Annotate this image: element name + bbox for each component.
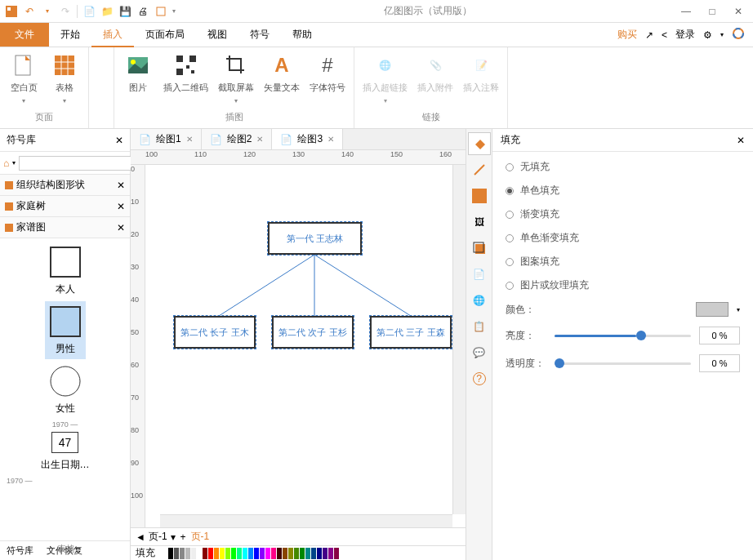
palette-color[interactable]: [220, 548, 225, 559]
shape-female[interactable]: 女性: [48, 364, 82, 416]
share-icon[interactable]: ↗: [645, 29, 653, 41]
menu-file[interactable]: 文件: [0, 23, 49, 47]
fill-option-none[interactable]: 无填充: [506, 160, 740, 174]
color-palette[interactable]: [168, 548, 339, 559]
fill-tool-icon[interactable]: [468, 132, 491, 155]
globe-tool-icon[interactable]: 🌐: [468, 289, 491, 312]
close-button[interactable]: ✕: [732, 5, 745, 18]
palette-color[interactable]: [260, 548, 265, 559]
login-link[interactable]: 登录: [675, 28, 695, 42]
tool-blank-page[interactable]: 空白页 ▾: [8, 52, 39, 104]
menu-insert[interactable]: 插入: [91, 23, 134, 47]
left-cat-org[interactable]: 组织结构图形状✕: [0, 175, 130, 196]
tool-image[interactable]: 图片: [123, 52, 154, 94]
palette-color[interactable]: [197, 548, 202, 559]
redo-icon[interactable]: ↷: [59, 5, 72, 18]
fill-option-pattern[interactable]: 图案填充: [506, 255, 740, 269]
left-footer-tab-lib[interactable]: 符号库: [0, 541, 40, 560]
gear-dropdown-icon[interactable]: ▾: [720, 31, 724, 38]
chevron-down-icon[interactable]: ▾: [234, 97, 238, 104]
palette-color[interactable]: [208, 548, 213, 559]
save-icon[interactable]: 💾: [118, 5, 131, 18]
palette-color[interactable]: [191, 548, 196, 559]
palette-color[interactable]: [225, 548, 230, 559]
text-tool-icon[interactable]: 📄: [468, 263, 491, 286]
palette-color[interactable]: [328, 548, 333, 559]
left-cat-family[interactable]: 家庭树✕: [0, 196, 130, 217]
export-icon[interactable]: [154, 5, 167, 18]
color-swatch-icon[interactable]: [468, 184, 491, 207]
scrollbar-vertical[interactable]: [452, 165, 466, 514]
tab-1[interactable]: 📄绘图1✕: [131, 129, 202, 149]
menu-view[interactable]: 视图: [196, 23, 238, 47]
fill-option-gradient[interactable]: 渐变填充: [506, 207, 740, 221]
minimize-button[interactable]: —: [679, 5, 693, 18]
tool-font-symbol[interactable]: #字体符号: [310, 52, 345, 94]
shape-self[interactable]: 本人: [48, 245, 82, 296]
palette-color[interactable]: [277, 548, 282, 559]
tool-crop[interactable]: 截取屏幕▾: [218, 52, 254, 104]
shape-number[interactable]: 1970 —47: [51, 420, 79, 453]
scrollbar-horizontal[interactable]: [160, 514, 452, 527]
clipboard-tool-icon[interactable]: 📋: [468, 315, 491, 338]
tab-3[interactable]: 📄绘图3✕: [272, 129, 343, 149]
palette-color[interactable]: [305, 548, 310, 559]
brightness-slider[interactable]: [555, 335, 691, 337]
palette-color[interactable]: [283, 548, 287, 559]
fill-option-texture[interactable]: 图片或纹理填充: [506, 278, 740, 292]
new-icon[interactable]: 📄: [82, 5, 96, 18]
line-tool-icon[interactable]: [468, 158, 491, 181]
page-label-right[interactable]: 页-1: [191, 530, 210, 544]
page-selector-left[interactable]: ◄页-1▾: [136, 530, 176, 544]
palette-color[interactable]: [254, 548, 259, 559]
undo-icon[interactable]: ↶: [23, 5, 36, 18]
brightness-value[interactable]: 0 %: [699, 327, 740, 344]
palette-color[interactable]: [300, 548, 305, 559]
close-icon[interactable]: ✕: [256, 135, 263, 144]
shape-birth[interactable]: 出生日期…: [41, 458, 90, 472]
close-icon[interactable]: ✕: [327, 135, 334, 144]
tool-table[interactable]: 表格 ▾: [49, 52, 80, 104]
palette-color[interactable]: [174, 548, 179, 559]
open-icon[interactable]: 📁: [100, 5, 114, 18]
palette-color[interactable]: [203, 548, 207, 559]
left-cat-genealogy[interactable]: 家谱图✕: [0, 217, 130, 238]
close-icon[interactable]: ✕: [737, 135, 745, 146]
undo-dropdown-icon[interactable]: ▾: [41, 5, 54, 18]
palette-color[interactable]: [231, 548, 236, 559]
menu-start[interactable]: 开始: [49, 23, 91, 47]
opacity-value[interactable]: 0 %: [699, 354, 740, 372]
node-child-2[interactable]: 第二代 次子 王杉: [272, 316, 354, 349]
palette-color[interactable]: [288, 548, 293, 559]
palette-color[interactable]: [323, 548, 327, 559]
close-icon[interactable]: ✕: [117, 222, 125, 233]
tool-qr[interactable]: 插入二维码: [163, 52, 208, 94]
tab-2[interactable]: 📄绘图2✕: [202, 129, 273, 149]
node-root[interactable]: 第一代 王志林: [268, 222, 362, 255]
node-child-3[interactable]: 第二代 三子 王森: [370, 316, 452, 349]
palette-color[interactable]: [265, 548, 270, 559]
search-input[interactable]: [19, 156, 140, 171]
palette-color[interactable]: [237, 548, 242, 559]
palette-color[interactable]: [311, 548, 316, 559]
fill-option-solid[interactable]: 单色填充: [506, 184, 740, 198]
buy-link[interactable]: 购买: [617, 28, 637, 42]
color-swatch[interactable]: [696, 302, 728, 317]
shape-male[interactable]: 男性: [45, 301, 86, 359]
print-icon[interactable]: 🖨: [136, 5, 149, 18]
palette-color[interactable]: [317, 548, 322, 559]
close-icon[interactable]: ✕: [117, 180, 125, 191]
palette-color[interactable]: [168, 548, 173, 559]
comment-tool-icon[interactable]: 💬: [468, 341, 491, 364]
help-tool-icon[interactable]: ?: [468, 367, 491, 390]
menu-help[interactable]: 帮助: [281, 23, 323, 47]
palette-color[interactable]: [214, 548, 219, 559]
palette-color[interactable]: [243, 548, 247, 559]
palette-color[interactable]: [180, 548, 185, 559]
palette-color[interactable]: [294, 548, 299, 559]
image-tool-icon[interactable]: 🖼: [468, 211, 491, 233]
share2-icon[interactable]: <: [662, 29, 667, 41]
node-child-1[interactable]: 第二代 长子 王木: [174, 316, 256, 349]
layer-tool-icon[interactable]: [468, 237, 491, 260]
canvas[interactable]: 第一代 王志林 第二代 长子 王木 第二代 次子 王杉 第二代 三子 王森: [145, 165, 466, 527]
